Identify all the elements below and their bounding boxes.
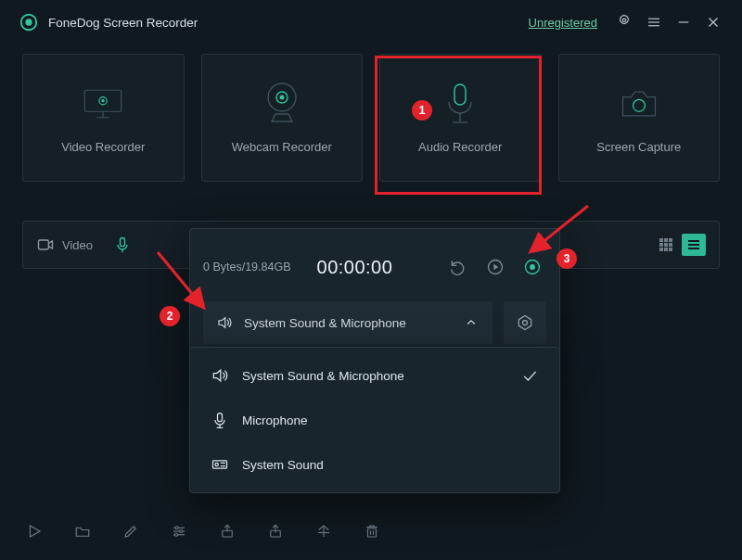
tile-webcam-recorder[interactable]: Webcam Recorder [201,54,364,182]
logo: FoneDog Screen Recorder [19,12,198,32]
svg-marker-51 [31,526,41,537]
share-icon[interactable] [263,519,288,543]
list-view-icon[interactable] [682,234,706,256]
microphone-icon [439,83,481,125]
view-toggle [654,234,706,256]
svg-rect-30 [659,248,663,251]
svg-rect-24 [659,238,663,242]
elapsed-timer: 00:00:00 [317,257,393,278]
undo-icon[interactable] [444,253,472,281]
svg-point-20 [633,99,645,111]
svg-rect-26 [669,238,672,242]
monitor-icon [82,83,124,125]
annotation-badge-2: 2 [160,306,180,326]
audio-settings-icon[interactable] [504,301,546,344]
bottom-action-strip [22,519,384,543]
svg-point-43 [523,321,528,325]
tile-label: Webcam Recorder [232,140,332,154]
tile-label: Video Recorder [61,140,145,154]
audio-mode-button[interactable] [113,235,132,254]
svg-marker-39 [493,264,498,271]
speaker-icon [211,366,229,385]
tile-audio-recorder[interactable]: Audio Recorder [379,54,542,182]
svg-rect-28 [664,243,668,247]
svg-line-66 [158,252,202,306]
svg-rect-27 [659,243,663,247]
svg-marker-42 [518,316,531,330]
title-bar: FoneDog Screen Recorder Unregistered [0,0,742,45]
export-icon[interactable] [215,519,239,543]
dropdown-item-microphone[interactable]: Microphone [190,398,559,442]
chevron-up-icon [463,314,480,331]
svg-rect-22 [121,238,125,247]
audio-source-selector[interactable]: System Sound & Microphone [203,301,493,344]
svg-point-13 [102,99,105,102]
soundcard-icon [211,455,229,474]
svg-point-1 [25,19,32,25]
sliders-icon[interactable] [167,519,191,543]
dropdown-item-system-sound[interactable]: System Sound [190,442,559,487]
dropdown-label: Microphone [242,414,308,427]
grid-view-icon[interactable] [654,234,678,256]
folder-icon[interactable] [70,519,95,543]
svg-rect-32 [669,248,672,251]
audio-source-label: System Sound & Microphone [244,316,406,330]
app-title: FoneDog Screen Recorder [48,16,198,30]
annotation-badge-3: 3 [556,248,577,269]
trash-icon[interactable] [360,519,384,543]
annotation-badge-1: 1 [412,100,432,121]
convert-icon[interactable] [312,519,336,543]
app-logo-icon [19,12,39,32]
check-icon [520,366,539,385]
svg-point-2 [622,19,625,21]
svg-rect-29 [669,243,672,247]
svg-point-48 [215,463,218,465]
svg-point-57 [175,533,178,536]
svg-point-55 [175,527,178,529]
svg-line-67 [532,206,588,250]
svg-rect-62 [368,528,377,537]
recorder-popover: 0 Bytes/19.84GB 00:00:00 System Sound & … [189,228,560,360]
svg-rect-44 [218,414,223,422]
dropdown-label: System Sound & Microphone [242,369,404,383]
edit-icon[interactable] [119,519,143,543]
tile-label: Screen Capture [596,140,681,154]
dropdown-item-system-mic[interactable]: System Sound & Microphone [190,353,559,398]
settings-icon[interactable] [612,10,636,34]
menu-icon[interactable] [642,10,666,34]
svg-rect-31 [664,248,668,251]
video-mode-label: Video [62,238,93,252]
svg-point-56 [180,530,183,533]
microphone-icon [211,411,229,429]
unregistered-link[interactable]: Unregistered [529,16,597,30]
minimize-icon[interactable] [672,10,696,34]
mode-tiles: Video Recorder Webcam Recorder Audio Rec… [0,45,742,182]
tile-label: Audio Recorder [418,140,502,154]
play-icon[interactable] [481,253,509,281]
tile-video-recorder[interactable]: Video Recorder [22,54,185,182]
tile-screen-capture[interactable]: Screen Capture [558,54,721,182]
close-icon[interactable] [701,10,725,34]
svg-point-16 [279,95,284,99]
webcam-icon [261,83,303,125]
svg-rect-21 [39,240,49,249]
play-outline-icon[interactable] [22,519,46,543]
camera-icon [618,83,660,125]
video-mode-button[interactable]: Video [36,235,93,254]
dropdown-label: System Sound [242,458,324,472]
svg-rect-17 [454,84,466,105]
svg-rect-25 [664,238,668,242]
audio-source-dropdown: System Sound & Microphone Microphone Sys… [189,347,560,493]
